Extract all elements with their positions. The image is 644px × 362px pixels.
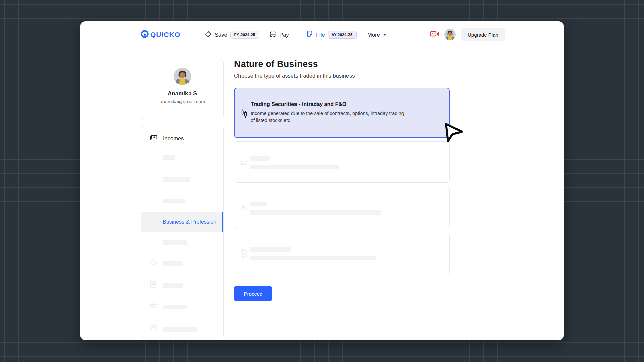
skeleton-desc-bar bbox=[250, 256, 376, 260]
tag-label-icon bbox=[149, 324, 158, 333]
nav-file-label: File bbox=[316, 32, 325, 38]
sidebar-nav: Incomes Business & Profession bbox=[141, 125, 224, 339]
option-skeleton-profession[interactable] bbox=[234, 187, 450, 229]
sidebar-skeleton-item bbox=[163, 283, 183, 288]
ay-badge: AY 2024-25 bbox=[328, 31, 357, 39]
video-camera-icon bbox=[430, 30, 440, 39]
nav-save-label: Save bbox=[215, 32, 227, 38]
option-description: Income generated due to the sale of cont… bbox=[251, 110, 405, 124]
commodity-dots-icon bbox=[239, 158, 248, 168]
skeleton-desc-bar bbox=[250, 165, 339, 169]
user-avatar[interactable] bbox=[444, 21, 456, 48]
quicko-logo-icon bbox=[140, 29, 149, 40]
sidebar-skeleton-item bbox=[163, 155, 175, 160]
active-indicator-bar bbox=[222, 212, 223, 232]
profile-card: Anamika S anamika@gmail.com bbox=[141, 59, 224, 119]
sidebar-skeleton-item bbox=[163, 177, 190, 182]
option-skeleton-commodities[interactable] bbox=[234, 141, 450, 183]
option-title: Trading Securities - Intraday and F&O bbox=[251, 101, 346, 107]
skeleton-title-bar bbox=[250, 156, 270, 161]
professional-person-icon bbox=[240, 203, 249, 214]
nav-more[interactable]: More bbox=[367, 21, 386, 48]
nav-more-label: More bbox=[367, 32, 380, 38]
fy-badge: FY 2024-25 bbox=[230, 31, 259, 39]
option-skeleton-crypto[interactable]: ₿ bbox=[234, 233, 450, 274]
sidebar-skeleton-item bbox=[163, 305, 187, 309]
crypto-bitcoin-icon: ₿ bbox=[240, 248, 248, 260]
option-trading-securities[interactable]: Trading Securities - Intraday and F&O In… bbox=[234, 88, 450, 138]
scan-icon bbox=[269, 31, 276, 39]
nav-pay-label: Pay bbox=[279, 32, 289, 38]
sidebar-skeleton-item bbox=[163, 199, 185, 203]
sidebar-item-business-profession[interactable]: Business & Profession bbox=[141, 212, 223, 232]
quicko-logo-text: QUICKO bbox=[150, 31, 180, 39]
proceed-button[interactable]: Proceed bbox=[234, 286, 272, 301]
profile-avatar-image bbox=[174, 68, 191, 85]
candlestick-icon bbox=[241, 109, 247, 119]
bank-icon bbox=[149, 302, 157, 312]
piggy-bank-icon bbox=[149, 258, 157, 268]
nav-save[interactable]: Save FY 2024-25 bbox=[205, 21, 259, 48]
page-title: Nature of Business bbox=[234, 59, 318, 69]
banknote-icon bbox=[150, 134, 158, 143]
sidebar-skeleton-item bbox=[163, 327, 197, 332]
quicko-logo[interactable]: QUICKO bbox=[140, 21, 180, 48]
file-icon bbox=[306, 30, 313, 39]
screen-recorder-button[interactable] bbox=[430, 21, 440, 48]
sidebar-skeleton-item bbox=[163, 240, 187, 245]
header-divider bbox=[80, 48, 564, 48]
chevron-down-icon bbox=[383, 34, 386, 36]
receipt-icon bbox=[149, 280, 157, 290]
sidebar-section-incomes[interactable]: Incomes bbox=[141, 131, 223, 146]
tag-icon bbox=[205, 31, 212, 39]
profile-email: anamika@gmail.com bbox=[141, 99, 223, 104]
app-window: QUICKO Save FY 2024-25 Pay bbox=[80, 21, 564, 340]
sidebar-active-label: Business & Profession bbox=[163, 219, 216, 225]
skeleton-title-bar bbox=[250, 202, 267, 206]
nav-pay[interactable]: Pay bbox=[269, 21, 289, 48]
upgrade-plan-button[interactable]: Upgrade Plan bbox=[461, 28, 505, 41]
top-navbar: QUICKO Save FY 2024-25 Pay bbox=[80, 21, 564, 48]
page-subtitle: Choose the type of assets traded in this… bbox=[234, 73, 355, 79]
skeleton-desc-bar bbox=[250, 210, 381, 215]
skeleton-title-bar bbox=[250, 247, 291, 252]
avatar-image bbox=[444, 29, 456, 40]
sidebar-incomes-label: Incomes bbox=[163, 135, 184, 142]
profile-name: Anamika S bbox=[141, 90, 223, 97]
nav-file[interactable]: File AY 2024-25 bbox=[306, 21, 357, 48]
sidebar-skeleton-item bbox=[163, 261, 183, 266]
